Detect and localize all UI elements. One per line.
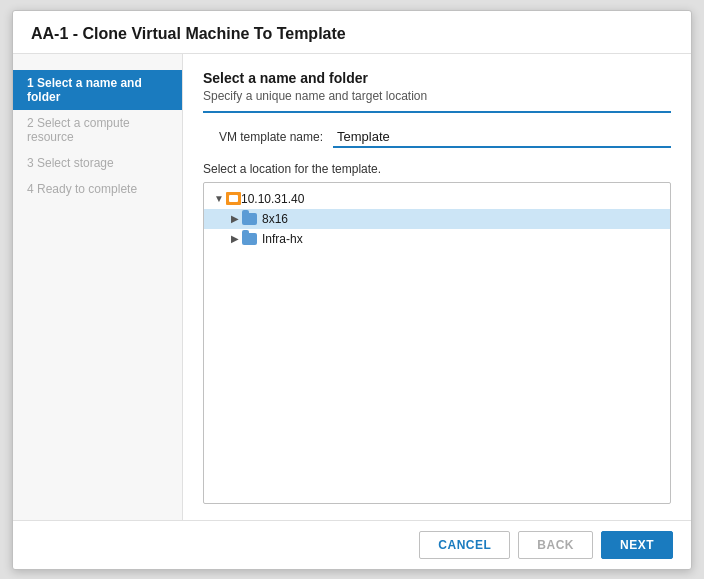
step-2[interactable]: 2 Select a compute resource bbox=[13, 110, 182, 150]
datacenter-icon bbox=[226, 192, 241, 205]
back-button[interactable]: BACK bbox=[518, 531, 593, 559]
tree-container: ▼ 10.10.31.40 ▶ 8x16 ▶ Infra-hx bbox=[203, 182, 671, 504]
step-4[interactable]: 4 Ready to complete bbox=[13, 176, 182, 202]
datacenter-label: 10.10.31.40 bbox=[241, 192, 304, 206]
dialog-body: 1 Select a name and folder 2 Select a co… bbox=[13, 54, 691, 520]
content-header-title: Select a name and folder bbox=[203, 70, 671, 86]
content-panel: Select a name and folder Specify a uniqu… bbox=[183, 54, 691, 520]
clone-vm-dialog: AA-1 - Clone Virtual Machine To Template… bbox=[12, 10, 692, 570]
folder-icon-infra-hx bbox=[242, 233, 257, 245]
vm-template-input[interactable] bbox=[333, 127, 671, 148]
chevron-right-icon-2: ▶ bbox=[228, 233, 242, 244]
vm-template-name-row: VM template name: bbox=[203, 127, 671, 148]
location-label: Select a location for the template. bbox=[203, 162, 671, 176]
tree-item-8x16[interactable]: ▶ 8x16 bbox=[204, 209, 670, 229]
chevron-down-icon: ▼ bbox=[212, 193, 226, 204]
tree-item-datacenter[interactable]: ▼ 10.10.31.40 bbox=[204, 189, 670, 209]
vm-template-label: VM template name: bbox=[203, 130, 333, 144]
next-button[interactable]: NEXT bbox=[601, 531, 673, 559]
folder-label-infra-hx: Infra-hx bbox=[262, 232, 303, 246]
step-1[interactable]: 1 Select a name and folder bbox=[13, 70, 182, 110]
step-3[interactable]: 3 Select storage bbox=[13, 150, 182, 176]
tree-item-infra-hx[interactable]: ▶ Infra-hx bbox=[204, 229, 670, 249]
folder-icon-8x16 bbox=[242, 213, 257, 225]
content-header-subtitle: Specify a unique name and target locatio… bbox=[203, 89, 671, 113]
cancel-button[interactable]: CANCEL bbox=[419, 531, 510, 559]
dialog-title: AA-1 - Clone Virtual Machine To Template bbox=[13, 11, 691, 54]
dialog-footer: CANCEL BACK NEXT bbox=[13, 520, 691, 569]
steps-panel: 1 Select a name and folder 2 Select a co… bbox=[13, 54, 183, 520]
folder-label-8x16: 8x16 bbox=[262, 212, 288, 226]
chevron-right-icon: ▶ bbox=[228, 213, 242, 224]
